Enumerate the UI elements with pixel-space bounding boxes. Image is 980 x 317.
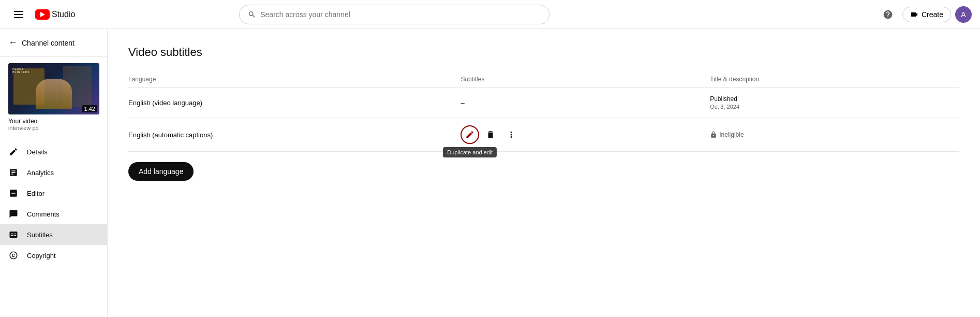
subtitles-icon: [8, 229, 19, 240]
video-thumbnail-section: PEAKYBLINDERS 1:42 Your video interview …: [0, 57, 107, 137]
back-icon: ←: [8, 37, 18, 48]
more-options-button[interactable]: [502, 125, 521, 144]
language-cell: English (automatic captions): [128, 118, 461, 152]
chart-icon: [8, 167, 19, 178]
duplicate-edit-button[interactable]: Duplicate and edit: [461, 125, 479, 144]
ineligible-label: Ineligible: [719, 131, 744, 138]
create-icon: [910, 10, 918, 19]
lock-icon: [710, 131, 717, 138]
hamburger-icon: [10, 7, 27, 22]
sidebar-item-subtitles[interactable]: Subtitles: [0, 224, 107, 245]
help-button[interactable]: [878, 4, 898, 25]
video-title: Your video: [8, 118, 99, 125]
published-status: Published: [710, 95, 737, 103]
video-duration: 1:42: [82, 105, 97, 112]
create-label: Create: [922, 10, 943, 19]
question-circle-icon: [883, 9, 893, 20]
subtitles-cell: Duplicate and edit: [461, 118, 710, 152]
youtube-icon: [35, 9, 50, 20]
subtitles-cell: –: [461, 88, 710, 118]
channel-header-text: Channel content: [22, 39, 75, 47]
top-navigation: Studio Create A: [0, 0, 980, 29]
main-layout: ← Channel content PEAKYBLINDERS 1:42 You…: [0, 29, 980, 317]
title-desc-cell: Published Oct 3, 2024: [710, 88, 959, 118]
edit-icon: [465, 130, 474, 139]
sidebar-subtitles-label: Subtitles: [27, 231, 53, 239]
sidebar-details-label: Details: [27, 148, 48, 156]
language-cell: English (video language): [128, 88, 461, 118]
sidebar-item-comments[interactable]: Comments: [0, 204, 107, 224]
table-header-row: Language Subtitles Title & description: [128, 71, 959, 88]
more-vert-icon: [507, 130, 516, 139]
sidebar-item-details[interactable]: Details: [0, 141, 107, 162]
sidebar-editor-label: Editor: [27, 190, 44, 197]
nav-left: Studio: [8, 4, 75, 25]
search-bar: [239, 5, 550, 24]
create-button[interactable]: Create: [902, 7, 951, 22]
nav-right: Create A: [878, 4, 972, 25]
table-row: English (automatic captions) Duplicate a…: [128, 118, 959, 152]
title-desc-cell: Ineligible: [710, 118, 959, 152]
comments-icon: [8, 209, 19, 219]
language-column-header: Language: [128, 71, 461, 88]
subtitles-table: Language Subtitles Title & description E…: [128, 71, 959, 152]
video-filename: interview pb: [8, 125, 99, 131]
subtitles-column-header: Subtitles: [461, 71, 710, 88]
ineligible-badge: Ineligible: [710, 131, 951, 138]
pencil-icon: [8, 147, 19, 157]
title-desc-column-header: Title & description: [710, 71, 959, 88]
sidebar-item-analytics[interactable]: Analytics: [0, 162, 107, 183]
search-input[interactable]: [260, 10, 541, 19]
sidebar-item-editor[interactable]: Editor: [0, 183, 107, 204]
editor-icon: [8, 188, 19, 198]
sidebar-navigation: Details Analytics Editor: [0, 137, 107, 317]
row-actions: Duplicate and edit: [461, 125, 702, 144]
trash-icon: [486, 130, 495, 139]
published-date: Oct 3, 2024: [710, 104, 739, 110]
sidebar-comments-label: Comments: [27, 210, 60, 218]
video-thumbnail: PEAKYBLINDERS 1:42: [8, 63, 99, 114]
channel-content-link[interactable]: ← Channel content: [0, 29, 107, 57]
studio-label: Studio: [52, 10, 75, 19]
sidebar-copyright-label: Copyright: [27, 252, 56, 260]
search-icon: [248, 10, 256, 19]
youtube-logo: Studio: [35, 9, 75, 20]
table-row: English (video language) – Published Oct…: [128, 88, 959, 118]
hamburger-menu-button[interactable]: [8, 4, 29, 25]
copyright-icon: [8, 250, 19, 261]
add-language-button[interactable]: Add language: [128, 162, 194, 181]
main-content: Video subtitles Language Subtitles Title…: [108, 29, 980, 317]
sidebar-item-copyright[interactable]: Copyright: [0, 245, 107, 266]
avatar[interactable]: A: [955, 6, 972, 23]
page-title: Video subtitles: [128, 46, 959, 59]
sidebar: ← Channel content PEAKYBLINDERS 1:42 You…: [0, 29, 108, 317]
delete-button[interactable]: [481, 125, 500, 144]
sidebar-analytics-label: Analytics: [27, 169, 54, 177]
